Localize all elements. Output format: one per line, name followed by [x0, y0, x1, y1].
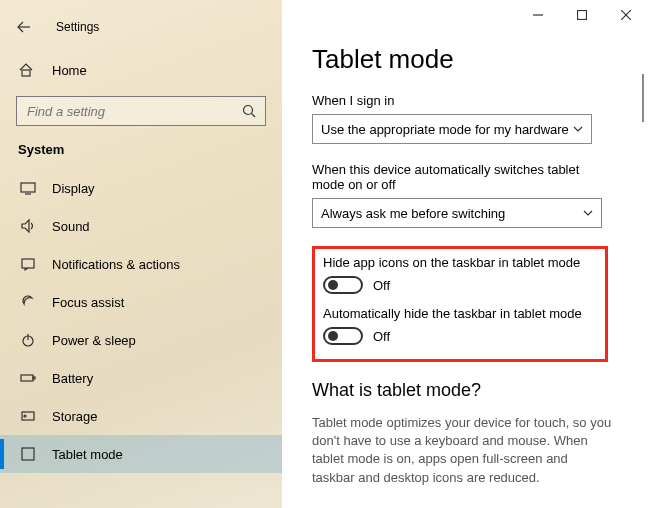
tablet-icon	[18, 446, 38, 462]
sidebar-item-label: Battery	[52, 371, 93, 386]
sidebar-item-label: Display	[52, 181, 95, 196]
sidebar-item-notifications[interactable]: Notifications & actions	[0, 245, 282, 283]
sidebar-item-power-sleep[interactable]: Power & sleep	[0, 321, 282, 359]
minimize-button[interactable]	[516, 0, 560, 30]
hide-icons-label: Hide app icons on the taskbar in tablet …	[323, 255, 597, 270]
back-button[interactable]	[16, 19, 40, 35]
hide-taskbar-toggle[interactable]	[323, 327, 363, 345]
sidebar-item-label: Tablet mode	[52, 447, 123, 462]
sidebar-home[interactable]: Home	[0, 52, 282, 88]
sidebar-item-display[interactable]: Display	[0, 169, 282, 207]
notifications-icon	[18, 256, 38, 272]
what-is-description: Tablet mode optimizes your device for to…	[312, 414, 612, 487]
display-icon	[18, 180, 38, 196]
sidebar-item-label: Focus assist	[52, 295, 124, 310]
autoswitch-value: Always ask me before switching	[321, 206, 505, 221]
autoswitch-label: When this device automatically switches …	[312, 162, 612, 192]
search-icon	[241, 104, 257, 118]
svg-rect-15	[33, 377, 35, 379]
focus-assist-icon	[18, 294, 38, 310]
svg-line-7	[252, 114, 256, 118]
sidebar-item-tablet-mode[interactable]: Tablet mode	[0, 435, 282, 473]
svg-rect-14	[21, 375, 33, 381]
hide-icons-state: Off	[373, 278, 390, 293]
sidebar-item-focus-assist[interactable]: Focus assist	[0, 283, 282, 321]
chevron-down-icon	[583, 206, 593, 221]
scrollbar[interactable]	[642, 74, 644, 122]
nav-group-header: System	[0, 136, 282, 163]
home-label: Home	[52, 63, 87, 78]
svg-rect-1	[578, 11, 587, 20]
maximize-button[interactable]	[560, 0, 604, 30]
sidebar-item-battery[interactable]: Battery	[0, 359, 282, 397]
svg-marker-10	[22, 220, 29, 232]
search-input[interactable]	[16, 96, 266, 126]
signin-value: Use the appropriate mode for my hardware	[321, 122, 569, 137]
sidebar-item-label: Sound	[52, 219, 90, 234]
close-button[interactable]	[604, 0, 648, 30]
what-is-heading: What is tablet mode?	[312, 380, 624, 401]
autoswitch-dropdown[interactable]: Always ask me before switching	[312, 198, 602, 228]
svg-rect-11	[22, 259, 34, 268]
signin-dropdown[interactable]: Use the appropriate mode for my hardware	[312, 114, 592, 144]
sidebar-item-label: Notifications & actions	[52, 257, 180, 272]
search-field[interactable]	[25, 103, 241, 120]
hide-taskbar-label: Automatically hide the taskbar in tablet…	[323, 306, 597, 321]
sidebar-item-storage[interactable]: Storage	[0, 397, 282, 435]
page-title: Tablet mode	[312, 44, 624, 75]
svg-point-17	[24, 415, 26, 417]
svg-rect-5	[22, 70, 30, 76]
signin-label: When I sign in	[312, 93, 624, 108]
power-icon	[18, 332, 38, 348]
sidebar-item-label: Storage	[52, 409, 98, 424]
window-title: Settings	[56, 20, 99, 34]
svg-rect-18	[22, 448, 34, 460]
highlight-box: Hide app icons on the taskbar in tablet …	[312, 246, 608, 362]
hide-icons-toggle[interactable]	[323, 276, 363, 294]
sidebar-item-sound[interactable]: Sound	[0, 207, 282, 245]
home-icon	[18, 62, 38, 78]
battery-icon	[18, 370, 38, 386]
main-content: Tablet mode When I sign in Use the appro…	[282, 0, 648, 508]
svg-point-6	[244, 106, 253, 115]
window-controls	[516, 0, 648, 30]
storage-icon	[18, 408, 38, 424]
sidebar: Settings Home System Display	[0, 0, 282, 508]
chevron-down-icon	[573, 122, 583, 137]
sound-icon	[18, 218, 38, 234]
sidebar-item-label: Power & sleep	[52, 333, 136, 348]
hide-taskbar-state: Off	[373, 329, 390, 344]
svg-rect-8	[21, 183, 35, 192]
